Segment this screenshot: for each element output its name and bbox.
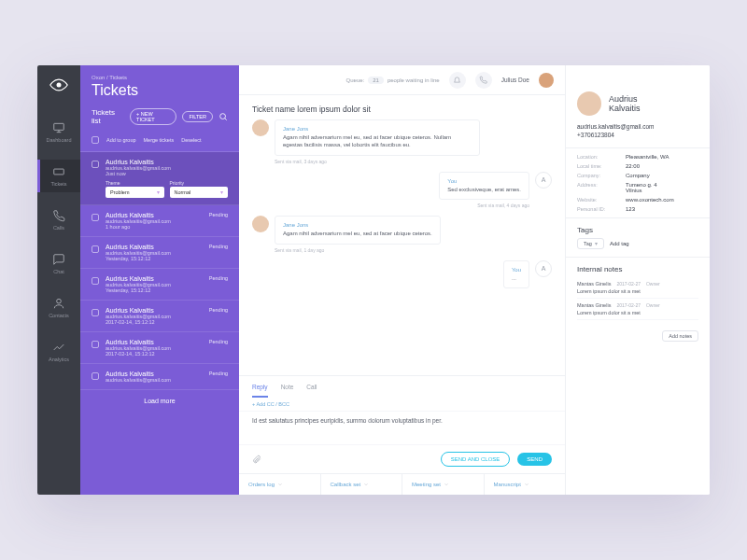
search-button[interactable] [218,112,228,122]
theme-label: Theme [106,180,164,186]
analytics-icon [52,341,65,354]
bulk-merge[interactable]: Merge tickets [144,137,175,143]
ticket-checkbox[interactable] [92,372,99,380]
quick-callback-set[interactable]: Callback set [321,474,403,495]
ticket-checkbox[interactable] [92,245,99,253]
ticket-item[interactable]: Audrius Kalvaitisaudrius.kalvaitis@gmail… [80,301,239,332]
queue-count: 21 [368,77,384,84]
ticket-title: Ticket name lorem ipsum dolor sit [239,95,565,119]
chevron-down-icon [363,482,369,487]
profile-avatar [577,91,601,116]
profile-name: AudriusKalvaitis [609,94,641,114]
tags-heading: Tags [566,218,710,238]
ticket-item[interactable]: Audrius Kalvaitisaudrius.kalvaitis@gmail… [80,205,239,237]
breadcrumb: Oxon / Tickets [80,65,239,82]
list-header: Tickets list + NEW TICKET FILTER [80,108,239,133]
nav-calls[interactable]: Calls [37,203,80,236]
send-and-close-button[interactable]: SEND AND CLOSE [441,452,511,467]
nav-label: Contacts [49,313,69,318]
ticket-checkbox[interactable] [92,214,99,221]
topbar: Queue: 21 people waiting in line Julius … [239,65,565,95]
add-notes-button[interactable]: Add notes [662,330,698,342]
user-avatar[interactable] [539,73,554,88]
ticket-item[interactable]: Audrius Kalvaitisaudrius.kalvaitis@gmail… [80,332,239,364]
call-button[interactable] [475,72,492,89]
conversation-pane: Queue: 21 people waiting in line Julius … [239,65,566,495]
tab-call[interactable]: Call [306,384,317,398]
list-title: Tickets list [92,108,124,125]
nav-label: Dashboard [47,137,72,143]
ticket-item[interactable]: Audrius Kalvaitisaudrius.kalvaitis@gmail… [80,237,239,269]
priority-select[interactable]: Normal▾ [170,187,229,198]
notifications-button[interactable] [449,72,466,89]
tab-note[interactable]: Note [281,384,294,398]
add-cc-bcc[interactable]: + Add CC / BCC [239,398,565,411]
chat-icon [52,253,65,266]
profile-email[interactable]: audrius.kalvaitis@gmail.com [577,123,698,130]
message-incoming: Jane JonsAgam nihil adversarium mel eu, … [252,119,552,164]
tag-chip[interactable]: Tag▾ [577,238,604,249]
contacts-icon [52,297,65,310]
ticket-checkbox[interactable] [92,277,99,285]
attach-button[interactable] [252,451,261,468]
nav-analytics[interactable]: Analytics [37,335,80,368]
new-ticket-button[interactable]: + NEW TICKET [130,108,176,125]
message-incoming: Jane JonsAgam nihil adversarium mel eu, … [252,216,552,252]
quick-meeting-set[interactable]: Meeting set [402,474,485,495]
ticket-item[interactable]: Audrius Kalvaitis audrius.kalvaitis@gmai… [80,152,239,205]
send-button[interactable]: SEND [517,453,552,466]
ticket-checkbox[interactable] [92,161,99,168]
nav-contacts[interactable]: Contacts [37,291,80,324]
tickets-sidebar: Oxon / Tickets Tickets Tickets list + NE… [80,65,239,495]
profile-header: AudriusKalvaitis [566,65,710,123]
nav-tickets[interactable]: Tickets [37,160,80,192]
sender-avatar [252,119,269,136]
logo-eye-icon [49,75,69,95]
phone-icon [52,209,65,222]
message-outgoing: You... A [252,260,552,288]
notes-heading: Internal notes [566,258,710,277]
nav-chat[interactable]: Chat [37,247,80,280]
ticket-item[interactable]: Audrius Kalvaitisaudrius.kalvaitis@gmail… [80,364,239,390]
svg-rect-2 [54,169,64,175]
theme-select[interactable]: Problem▾ [106,187,164,198]
quick-orders-log[interactable]: Orders log [239,474,321,495]
bulk-deselect[interactable]: Deselect [181,137,201,143]
add-tag-button[interactable]: Add tag [610,241,629,246]
tags-row: Tag▾ Add tag [566,238,710,258]
svg-point-3 [57,299,62,303]
current-user[interactable]: Julius Doe [501,77,529,83]
you-avatar: A [535,172,552,189]
tab-reply[interactable]: Reply [252,384,268,398]
message-thread: Jane JonsAgam nihil adversarium mel eu, … [239,119,565,375]
nav-label: Chat [53,269,64,274]
chevron-down-icon [524,482,529,487]
quick-manuscript[interactable]: Manuscript [485,474,566,495]
monitor-icon [52,121,65,134]
bulk-add[interactable]: Add to group [106,137,136,143]
nav-rail: Dashboard Tickets Calls Chat Contacts An… [37,65,80,495]
ticket-item[interactable]: Audrius Kalvaitisaudrius.kalvaitis@gmail… [80,269,239,301]
bulk-actions: Add to group Merge tickets Deselect [80,133,239,152]
search-icon [218,112,228,121]
compose-editor[interactable]: Id est salutatus principes euripidis, su… [239,411,565,444]
chevron-down-icon [444,482,449,487]
ticket-checkbox[interactable] [92,341,99,348]
load-more-button[interactable]: Load more [80,390,239,412]
profile-phone[interactable]: +3706123804 [577,132,698,138]
svg-point-4 [220,113,226,119]
nav-dashboard[interactable]: Dashboard [37,116,80,148]
profile-panel: AudriusKalvaitis audrius.kalvaitis@gmail… [566,65,710,495]
nav-label: Analytics [49,357,69,362]
priority-label: Priority [170,180,229,186]
filter-button[interactable]: FILTER [182,111,213,122]
select-all-checkbox[interactable] [92,136,99,144]
svg-rect-1 [54,123,64,130]
phone-icon [479,76,487,84]
note-item: Mantas Ginelis2017-02-27Owner Lorem ipsu… [577,299,698,320]
paperclip-icon [252,455,261,464]
nav-label: Tickets [50,181,66,187]
compose-tabs: Reply Note Call [239,376,565,398]
you-avatar: A [535,260,552,277]
ticket-checkbox[interactable] [92,309,99,316]
